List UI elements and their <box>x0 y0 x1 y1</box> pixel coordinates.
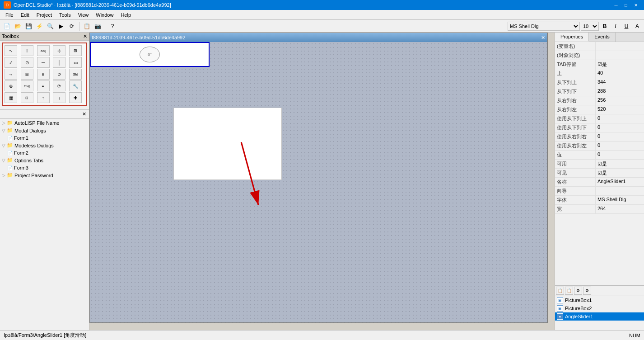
slider-tool[interactable]: Sld <box>69 69 82 80</box>
spin-tool[interactable]: ↺ <box>53 69 65 80</box>
prop-row-use-bb[interactable]: 使用从下到下 0 <box>555 123 644 132</box>
close-button[interactable]: ✕ <box>631 1 640 9</box>
toolbar-btn6[interactable]: ▶ <box>56 21 66 31</box>
wrench-tool[interactable]: 🔧 <box>69 80 82 91</box>
text-tool[interactable]: T <box>21 45 33 56</box>
list-tool[interactable]: ≡ <box>37 69 50 80</box>
prop-row-name[interactable]: 名称 AngleSlider1 <box>555 178 644 187</box>
prop-row-right-left[interactable]: 从右到左 520 <box>555 105 644 114</box>
toolbar-btn5[interactable]: 🔍 <box>45 21 55 31</box>
prop-row-bottom-bottom[interactable]: 从下到下 288 <box>555 87 644 96</box>
picturebox2-icon: ▣ <box>557 305 563 312</box>
down-tool[interactable]: ↓ <box>53 92 65 103</box>
rotate-tool[interactable]: ⟳ <box>53 80 65 91</box>
camera-button[interactable]: 📷 <box>93 21 103 31</box>
tree-item-form1[interactable]: 📄 Form1 <box>0 134 89 142</box>
prop-row-value[interactable]: 值 0 <box>555 151 644 160</box>
tree-close-button[interactable]: ✕ <box>80 111 88 118</box>
radio-tool[interactable]: ⊙ <box>21 57 33 68</box>
tree-item-form2[interactable]: 📄 Form2 <box>0 149 89 156</box>
prop-row-top[interactable]: 上 40 <box>555 69 644 78</box>
menu-help[interactable]: Help <box>117 11 135 19</box>
layer-item-picturebox2[interactable]: ▣ PictureBox2 <box>555 304 644 312</box>
cross-tool[interactable]: ✚ <box>69 92 82 103</box>
layer-btn4[interactable]: ⚙ <box>583 287 591 295</box>
select-tool[interactable]: ⊹ <box>53 45 65 56</box>
mdi-close-button[interactable]: ✕ <box>541 35 545 41</box>
up-tool[interactable]: ↑ <box>37 92 50 103</box>
editbox-tool[interactable]: ab| <box>37 45 50 56</box>
check-tool[interactable]: ✓ <box>5 57 17 68</box>
help-button[interactable]: ? <box>107 21 117 31</box>
tab-properties[interactable]: Properties <box>555 33 589 42</box>
multiselect-tool[interactable]: ⊞ <box>69 45 82 56</box>
tree-item-form3[interactable]: 📄 Form3 <box>0 164 89 171</box>
prop-row-width[interactable]: 宽 264 <box>555 205 644 214</box>
layer-item-picturebox1[interactable]: ▣ PictureBox1 <box>555 296 644 304</box>
angleslider1-icon: ● <box>557 313 563 320</box>
layer-btn2[interactable]: 📋 <box>565 287 573 295</box>
prop-row-guide[interactable]: 向导 <box>555 187 644 196</box>
bold-button[interactable]: B <box>600 21 610 31</box>
prop-row-font[interactable]: 字体 MS Shell Dlg <box>555 196 644 205</box>
menu-file[interactable]: File <box>2 11 17 19</box>
prop-row-right-right[interactable]: 从右到右 256 <box>555 96 644 105</box>
tree-item-modeless[interactable]: ▽ 📁 Modeless Dialogs <box>0 142 89 149</box>
tool-grid: ↖ T ab| ⊹ ⊞ ✓ ⊙ ─ │ ▭ ↔ ▤ ≡ ↺ Sld ⊕ Dvg … <box>2 42 87 106</box>
toolbox-close-button[interactable]: ✕ <box>83 33 87 39</box>
horizontal-scrollbar[interactable] <box>89 323 547 330</box>
prop-row-bottom-top[interactable]: 从下到上 344 <box>555 78 644 87</box>
hline-tool[interactable]: ─ <box>37 57 50 68</box>
tree-item-projectpassword[interactable]: ▷ 📁 Project Password <box>0 171 89 179</box>
strikethrough-button[interactable]: A <box>632 21 642 31</box>
frame-tool[interactable]: ▭ <box>69 57 82 68</box>
prop-row-use-rr[interactable]: 使用从右到右 0 <box>555 132 644 142</box>
tree-item-modal[interactable]: ▽ 📁 Modal Dialogs <box>0 127 89 134</box>
toolbar-btn8[interactable]: 📋 <box>82 21 92 31</box>
prop-row-enabled[interactable]: 可用 ☑是 <box>555 160 644 169</box>
prop-row-varname: (变量名) <box>555 42 644 51</box>
prop-row-use-bt[interactable]: 使用从下到上 0 <box>555 114 644 123</box>
menu-window[interactable]: Window <box>92 11 117 19</box>
mdi-title-text: f889881d-2039-461e-b09d-51db6de4a992 <box>92 35 185 40</box>
menu-tools[interactable]: Tools <box>56 11 75 19</box>
save-button[interactable]: 💾 <box>23 21 33 31</box>
draw-tool[interactable]: Dvg <box>21 80 33 91</box>
picture-box-1[interactable] <box>173 108 282 180</box>
open-button[interactable]: 📂 <box>13 21 23 31</box>
font-selector[interactable]: MS Shell Dlg <box>508 22 580 31</box>
italic-button[interactable]: I <box>611 21 621 31</box>
prop-row-visible[interactable]: 可见 ☑是 <box>555 169 644 178</box>
menu-view[interactable]: View <box>75 11 93 19</box>
barcode-tool[interactable]: ▪▪ <box>37 80 50 91</box>
tab-events[interactable]: Events <box>589 33 616 42</box>
underline-button[interactable]: U <box>621 21 631 31</box>
htable-tool[interactable]: ⊟ <box>21 92 33 103</box>
layer-btn1[interactable]: 📋 <box>556 287 564 295</box>
layer-btn3[interactable]: ⚙ <box>574 287 582 295</box>
toolbar-btn7[interactable]: ⟳ <box>67 21 77 31</box>
pointer-tool[interactable]: ↖ <box>5 45 17 56</box>
maximize-button[interactable]: □ <box>621 1 630 9</box>
prop-row-use-rl[interactable]: 使用从右到左 0 <box>555 142 644 151</box>
new-button[interactable]: 📄 <box>2 21 12 31</box>
mdi-content[interactable]: 0° <box>90 42 547 322</box>
minimize-button[interactable]: ─ <box>611 1 621 9</box>
tree-item-autolisp[interactable]: ▷ 📁 AutoLISP File Name <box>0 119 89 127</box>
tree-item-optionstabs[interactable]: ▽ 📁 Options Tabs <box>0 156 89 164</box>
menu-project[interactable]: Project <box>33 11 56 19</box>
vertical-scrollbar[interactable] <box>547 33 555 323</box>
layer-item-angleslider1[interactable]: ● AngleSlider1 <box>555 312 644 321</box>
hscroll-tool[interactable]: ↔ <box>5 69 17 80</box>
canvas-area: f889881d-2039-461e-b09d-51db6de4a992 ✕ 0… <box>89 33 555 330</box>
status-right: NUM <box>629 333 640 338</box>
globe-tool[interactable]: ⊕ <box>5 80 17 91</box>
grid-tool[interactable]: ▤ <box>21 69 33 80</box>
angle-slider-control[interactable]: 0° <box>90 42 210 67</box>
font-size-selector[interactable]: 10 <box>581 22 599 31</box>
vline-tool[interactable]: │ <box>53 57 65 68</box>
prop-row-tabstop[interactable]: TAB停留 ☑是 <box>555 60 644 69</box>
menu-edit[interactable]: Edit <box>17 11 33 19</box>
table-tool[interactable]: ▦ <box>5 92 17 103</box>
toolbar-btn4[interactable]: ⚡ <box>34 21 44 31</box>
